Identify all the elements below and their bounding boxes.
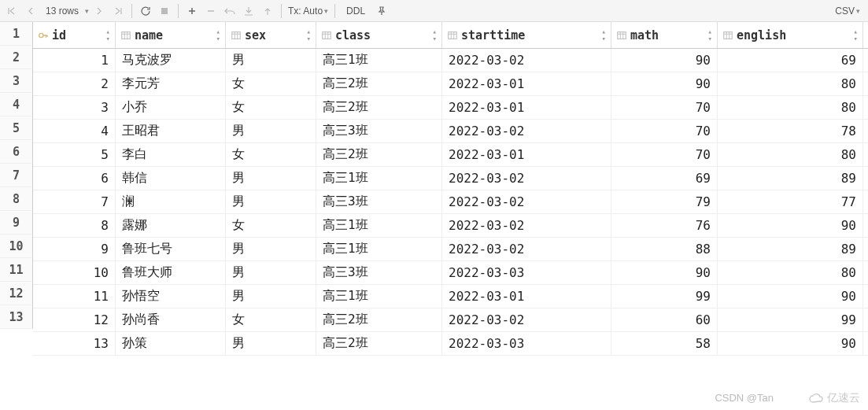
row-number[interactable]: 1 (0, 22, 33, 46)
cell-sex[interactable]: 男 (226, 167, 316, 190)
row-number[interactable]: 13 (0, 305, 33, 329)
column-header-sex[interactable]: sex▴▾ (226, 22, 316, 48)
cell-math[interactable]: 70 (611, 120, 718, 142)
column-header-name[interactable]: name▴▾ (116, 22, 226, 48)
cell-sex[interactable]: 男 (226, 120, 316, 142)
cell-math[interactable]: 58 (611, 332, 718, 355)
cell-name[interactable]: 露娜 (116, 214, 226, 237)
row-number[interactable]: 11 (0, 258, 33, 282)
cell-name[interactable]: 李白 (116, 143, 226, 166)
export-format-selector[interactable]: CSV▾ (830, 6, 865, 17)
cell-english[interactable]: 80 (718, 72, 863, 95)
cell-sex[interactable]: 男 (226, 238, 316, 260)
cell-english[interactable]: 77 (718, 190, 863, 213)
cell-math[interactable]: 76 (611, 214, 718, 237)
cell-id[interactable]: 6 (33, 167, 116, 190)
cell-id[interactable]: 9 (33, 238, 116, 260)
cell-english[interactable]: 90 (718, 285, 863, 308)
last-page-button[interactable] (109, 2, 127, 20)
column-header-starttime[interactable]: starttime▴▾ (442, 22, 611, 48)
column-header-english[interactable]: english▴▾ (718, 22, 863, 48)
cell-starttime[interactable]: 2022-03-02 (442, 238, 611, 260)
cell-starttime[interactable]: 2022-03-03 (442, 332, 611, 355)
cell-class[interactable]: 高三2班 (316, 308, 442, 331)
cell-starttime[interactable]: 2022-03-02 (442, 190, 611, 213)
cell-name[interactable]: 小乔 (116, 96, 226, 119)
cell-math[interactable]: 69 (611, 167, 718, 190)
column-header-id[interactable]: id▴▾ (33, 22, 116, 48)
cell-class[interactable]: 高三1班 (316, 238, 442, 260)
row-number[interactable]: 6 (0, 140, 33, 164)
cell-english[interactable]: 90 (718, 214, 863, 237)
cell-math[interactable]: 90 (611, 72, 718, 95)
cell-id[interactable]: 13 (33, 332, 116, 355)
cell-english[interactable]: 80 (718, 143, 863, 166)
cell-english[interactable]: 69 (718, 49, 863, 72)
cell-starttime[interactable]: 2022-03-02 (442, 120, 611, 142)
cell-name[interactable]: 鲁班七号 (116, 238, 226, 260)
cell-sex[interactable]: 女 (226, 214, 316, 237)
next-page-button[interactable] (90, 2, 108, 20)
add-row-button[interactable] (183, 2, 201, 20)
commit-button[interactable] (240, 2, 257, 20)
cell-sex[interactable]: 男 (226, 332, 316, 355)
cell-name[interactable]: 李元芳 (116, 72, 226, 95)
cell-starttime[interactable]: 2022-03-01 (442, 96, 611, 119)
cell-class[interactable]: 高三2班 (316, 72, 442, 95)
cell-name[interactable]: 孙悟空 (116, 285, 226, 308)
cell-starttime[interactable]: 2022-03-01 (442, 285, 611, 308)
cell-english[interactable]: 80 (718, 261, 863, 284)
first-page-button[interactable] (3, 2, 20, 20)
cell-class[interactable]: 高三2班 (316, 332, 442, 355)
cell-sex[interactable]: 男 (226, 285, 316, 308)
cell-sex[interactable]: 男 (226, 49, 316, 72)
ddl-button[interactable]: DDL (340, 3, 371, 19)
cell-sex[interactable]: 女 (226, 143, 316, 166)
cell-name[interactable]: 马克波罗 (116, 49, 226, 72)
rollback-button[interactable] (259, 2, 276, 20)
cell-english[interactable]: 80 (718, 96, 863, 119)
cell-class[interactable]: 高三1班 (316, 214, 442, 237)
row-number[interactable]: 9 (0, 211, 33, 235)
prev-page-button[interactable] (22, 2, 39, 20)
cell-starttime[interactable]: 2022-03-02 (442, 49, 611, 72)
cell-english[interactable]: 90 (718, 332, 863, 355)
cell-english[interactable]: 99 (718, 308, 863, 331)
cell-starttime[interactable]: 2022-03-01 (442, 72, 611, 95)
row-number[interactable]: 2 (0, 46, 33, 69)
cell-sex[interactable]: 女 (226, 72, 316, 95)
cell-starttime[interactable]: 2022-03-02 (442, 308, 611, 331)
cell-math[interactable]: 99 (611, 285, 718, 308)
cell-starttime[interactable]: 2022-03-02 (442, 214, 611, 237)
cell-name[interactable]: 王昭君 (116, 120, 226, 142)
cell-name[interactable]: 孙策 (116, 332, 226, 355)
cell-id[interactable]: 2 (33, 72, 116, 95)
remove-row-button[interactable] (202, 2, 220, 20)
cell-math[interactable]: 79 (611, 190, 718, 213)
cell-class[interactable]: 高三1班 (316, 49, 442, 72)
cell-math[interactable]: 90 (611, 49, 718, 72)
stop-button[interactable] (156, 2, 173, 20)
cell-math[interactable]: 70 (611, 143, 718, 166)
cell-english[interactable]: 89 (718, 167, 863, 190)
cell-id[interactable]: 12 (33, 308, 116, 331)
undo-button[interactable] (221, 2, 238, 20)
cell-id[interactable]: 3 (33, 96, 116, 119)
cell-name[interactable]: 澜 (116, 190, 226, 213)
cell-class[interactable]: 高三1班 (316, 285, 442, 308)
cell-name[interactable]: 鲁班大师 (116, 261, 226, 284)
cell-class[interactable]: 高三2班 (316, 96, 442, 119)
cell-sex[interactable]: 男 (226, 261, 316, 284)
cell-class[interactable]: 高三2班 (316, 143, 442, 166)
cell-class[interactable]: 高三3班 (316, 261, 442, 284)
row-number[interactable]: 8 (0, 187, 33, 211)
cell-english[interactable]: 89 (718, 238, 863, 260)
row-number[interactable]: 5 (0, 116, 33, 140)
cell-name[interactable]: 孙尚香 (116, 308, 226, 331)
cell-id[interactable]: 10 (33, 261, 116, 284)
cell-class[interactable]: 高三3班 (316, 120, 442, 142)
cell-starttime[interactable]: 2022-03-03 (442, 261, 611, 284)
cell-id[interactable]: 7 (33, 190, 116, 213)
refresh-button[interactable] (137, 2, 154, 20)
cell-math[interactable]: 90 (611, 261, 718, 284)
